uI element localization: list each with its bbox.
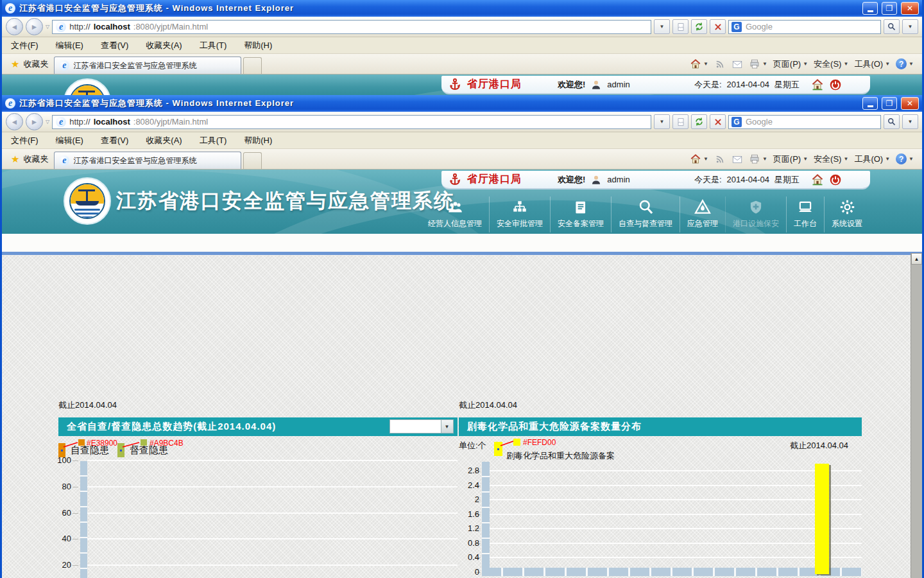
search-placeholder: Google [746, 22, 878, 31]
menu-help[interactable]: 帮助(H) [244, 135, 272, 146]
right-chart-x-axis [482, 568, 862, 576]
rss-icon[interactable] [714, 153, 726, 165]
home-button[interactable]: ▼ [690, 58, 708, 70]
search-input[interactable]: G Google [728, 20, 881, 34]
command-bar: ▼ ▼ 页面(P)▼ 安全(S)▼ 工具(O)▼ ?▼ [690, 54, 919, 74]
tab-active[interactable]: e 江苏省港口安全监管与应急管理系统 [54, 57, 241, 74]
security-menu-button[interactable]: 安全(S)▼ [814, 153, 848, 165]
left-chart-titlebar: 全省自查/督查隐患总数趋势(截止2014.04.04) ▼ [58, 417, 458, 436]
search-button[interactable] [884, 19, 900, 34]
home-button[interactable]: ▼ [690, 153, 708, 165]
menu-edit[interactable]: 编辑(E) [56, 40, 83, 51]
menu-tools[interactable]: 工具(T) [200, 40, 227, 51]
new-tab-stub[interactable] [243, 57, 262, 74]
close-button[interactable]: ✕ [901, 2, 919, 15]
favorites-button[interactable]: ★ 收藏夹 [5, 54, 54, 74]
scroll-up-button[interactable]: ▲ [911, 253, 922, 265]
tools-menu-button[interactable]: 工具(O)▼ [854, 153, 890, 165]
history-caret-icon[interactable]: ▽ [46, 119, 49, 125]
menu-view[interactable]: 查看(V) [101, 135, 128, 146]
nav-system-settings[interactable]: 系统设置 [824, 197, 869, 232]
back-button[interactable]: ◄ [6, 113, 23, 130]
address-dropdown-button[interactable]: ▼ [654, 19, 670, 34]
restore-button[interactable]: ❐ [882, 2, 897, 15]
refresh-button[interactable] [691, 19, 707, 34]
search-options-button[interactable]: ▼ [902, 114, 918, 129]
compatibility-view-button[interactable] [672, 19, 689, 34]
chevron-down-icon[interactable]: ▼ [441, 420, 453, 433]
nav-safety-approval[interactable]: 安全审批管理 [489, 197, 550, 232]
search-button[interactable] [884, 114, 900, 129]
minimize-button[interactable] [862, 2, 878, 15]
address-dropdown-button[interactable]: ▼ [654, 114, 670, 129]
menu-tools[interactable]: 工具(T) [200, 135, 227, 146]
help-icon: ? [896, 58, 907, 69]
menu-file[interactable]: 文件(F) [11, 135, 38, 146]
history-caret-icon[interactable]: ▽ [46, 24, 49, 30]
trend-filter-select[interactable]: ▼ [389, 419, 454, 434]
nav-emergency[interactable]: 应急管理 [680, 197, 725, 232]
search-input[interactable]: G Google [728, 115, 881, 129]
user-avatar [590, 174, 602, 186]
left-chart-gridline [87, 538, 458, 539]
forward-button[interactable]: ► [26, 18, 43, 35]
nav-self-supervise-check[interactable]: 自查与督查管理 [611, 197, 680, 232]
restore-button[interactable]: ❐ [882, 97, 897, 110]
page-content-partial: 省厅港口局 欢迎您! admin 今天是: 2014-04-04 星期五 [2, 74, 922, 95]
mail-icon[interactable] [732, 153, 743, 165]
stop-button[interactable] [710, 114, 726, 129]
print-button[interactable]: ▼ [749, 58, 767, 70]
left-chart-gridline [87, 486, 458, 487]
menu-edit[interactable]: 编辑(E) [56, 135, 83, 146]
stop-button[interactable] [710, 19, 726, 34]
home-shortcut-icon[interactable] [811, 78, 824, 91]
tools-menu-button[interactable]: 工具(O)▼ [854, 58, 890, 70]
bureau-name: 省厅港口局 [467, 173, 522, 186]
tab-active[interactable]: e 江苏省港口安全监管与应急管理系统 [54, 152, 241, 169]
page-menu-button[interactable]: 页面(P)▼ [773, 153, 808, 165]
color-annotation-line [500, 440, 514, 447]
username: admin [607, 80, 629, 89]
nav-operator-info[interactable]: 经营人信息管理 [421, 197, 489, 232]
menu-view[interactable]: 查看(V) [101, 40, 128, 51]
rss-icon[interactable] [714, 58, 726, 70]
nav-port-security[interactable]: 港口设施保安 [725, 197, 786, 232]
vertical-scrollbar[interactable]: ▲ [911, 253, 922, 578]
favorites-button[interactable]: ★ 收藏夹 [5, 149, 54, 169]
menu-file[interactable]: 文件(F) [11, 40, 38, 51]
right-chart-unit-label: 单位:个 [459, 440, 486, 451]
site-logo [64, 78, 111, 95]
new-tab-stub[interactable] [243, 152, 262, 169]
title-bar: e 江苏省港口安全监管与应急管理系统 - Windows Internet Ex… [2, 0, 922, 17]
menu-favorites[interactable]: 收藏夹(A) [146, 40, 182, 51]
address-input[interactable]: e http://localhost:8080/yjpt/Main.html [52, 20, 651, 34]
search-options-button[interactable]: ▼ [902, 19, 918, 34]
left-chart-gridline [87, 460, 458, 461]
logout-power-icon[interactable] [829, 173, 842, 186]
back-button[interactable]: ◄ [6, 18, 23, 35]
close-button[interactable]: ✕ [901, 97, 919, 110]
home-icon [690, 153, 701, 165]
minimize-button[interactable] [862, 97, 878, 110]
logout-power-icon[interactable] [829, 78, 842, 91]
compatibility-view-button[interactable] [672, 114, 689, 129]
help-button[interactable]: ?▼ [896, 153, 914, 164]
forward-button[interactable]: ► [26, 113, 43, 130]
refresh-button[interactable] [691, 114, 707, 129]
url-prefix: http:// [69, 117, 90, 127]
page-menu-button[interactable]: 页面(P)▼ [773, 58, 808, 70]
help-button[interactable]: ?▼ [896, 58, 914, 69]
stop-icon [714, 22, 723, 31]
left-chart-tick [73, 539, 78, 539]
nav-safety-filing[interactable]: 安全备案管理 [550, 197, 611, 232]
address-input[interactable]: e http://localhost:8080/yjpt/Main.html [52, 115, 651, 129]
nav-workbench[interactable]: 工作台 [786, 197, 824, 232]
tab-favicon: e [59, 60, 69, 71]
security-menu-button[interactable]: 安全(S)▼ [814, 58, 848, 70]
print-button[interactable]: ▼ [749, 153, 767, 165]
right-chart-gridline [490, 485, 862, 486]
home-shortcut-icon[interactable] [811, 173, 824, 186]
menu-favorites[interactable]: 收藏夹(A) [146, 135, 182, 146]
mail-icon[interactable] [732, 58, 743, 70]
menu-help[interactable]: 帮助(H) [244, 40, 272, 51]
